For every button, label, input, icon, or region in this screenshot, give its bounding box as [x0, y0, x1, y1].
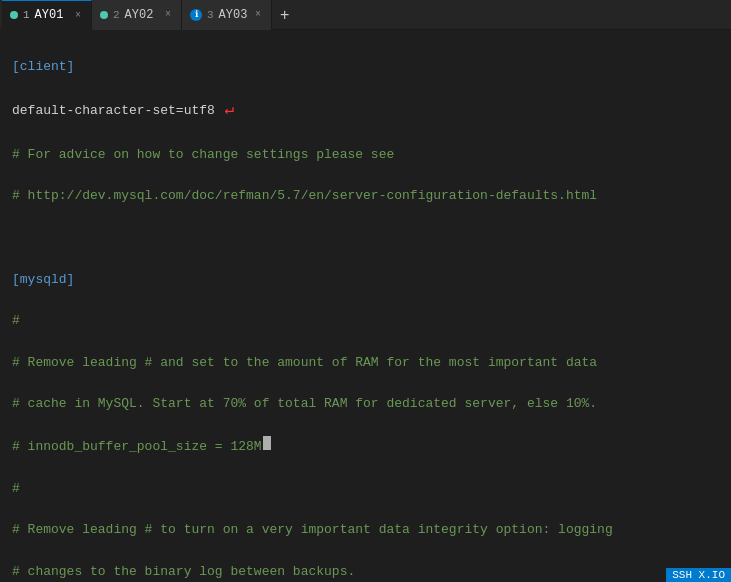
code-line: # Remove leading # and set to the amount…: [12, 353, 719, 374]
code-line: default-character-set=utf8 ↵: [12, 98, 719, 124]
new-tab-button[interactable]: +: [272, 2, 297, 28]
tab-label-2: AY02: [125, 8, 154, 22]
tab-label-3: AY03: [219, 8, 248, 22]
tab-bar: 1 AY01 × 2 AY02 × ℹ 3 AY03 × +: [0, 0, 731, 30]
tab-close-2[interactable]: ×: [163, 8, 173, 21]
tab-number-1: 1: [23, 9, 30, 21]
tab-close-1[interactable]: ×: [73, 9, 83, 22]
tab-ay02[interactable]: 2 AY02 ×: [92, 0, 182, 30]
code-line: #: [12, 479, 719, 500]
tab-ay03[interactable]: ℹ 3 AY03 ×: [182, 0, 272, 30]
tab-label-1: AY01: [35, 8, 64, 22]
tab-number-3: 3: [207, 9, 214, 21]
tab-number-2: 2: [113, 9, 120, 21]
code-line: # innodb_buffer_pool_size = 128M: [12, 436, 719, 458]
tab-dot-1: [10, 11, 18, 19]
code-line: # For advice on how to change settings p…: [12, 145, 719, 166]
code-line: #: [12, 311, 719, 332]
code-line: # http://dev.mysql.com/doc/refman/5.7/en…: [12, 186, 719, 207]
code-editor[interactable]: [client] default-character-set=utf8 ↵ # …: [0, 30, 731, 582]
tab-dot-3: ℹ: [190, 9, 202, 21]
tab-dot-2: [100, 11, 108, 19]
code-line: [mysqld]: [12, 270, 719, 291]
code-line: # cache in MySQL. Start at 70% of total …: [12, 394, 719, 415]
status-text: SSH X.IO: [672, 569, 725, 581]
code-line: [12, 228, 719, 249]
status-bar: SSH X.IO: [666, 568, 731, 582]
code-line: # Remove leading # to turn on a very imp…: [12, 520, 719, 541]
code-line: [client]: [12, 57, 719, 78]
tab-close-3[interactable]: ×: [253, 8, 263, 21]
arrow-annotation-1: ↵: [215, 98, 234, 124]
text-cursor: [263, 436, 271, 450]
tab-ay01[interactable]: 1 AY01 ×: [2, 0, 92, 30]
code-line: # changes to the binary log between back…: [12, 562, 719, 582]
